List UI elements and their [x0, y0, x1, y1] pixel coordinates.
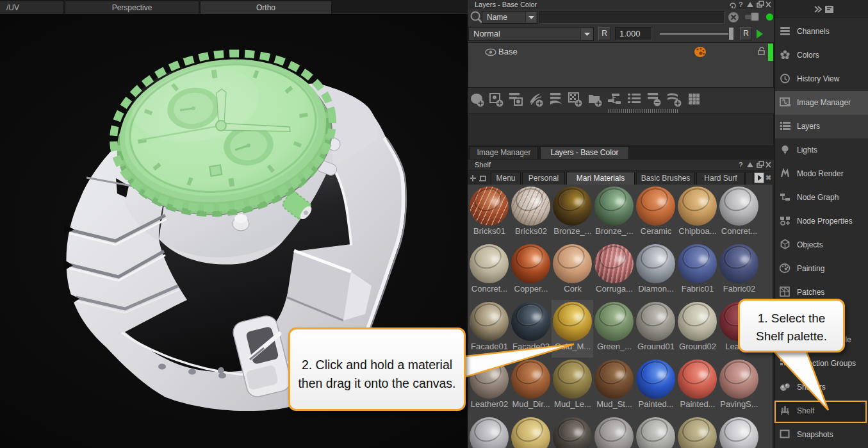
svg-text:?: ? [739, 1, 743, 8]
svg-text:?: ? [739, 161, 743, 169]
